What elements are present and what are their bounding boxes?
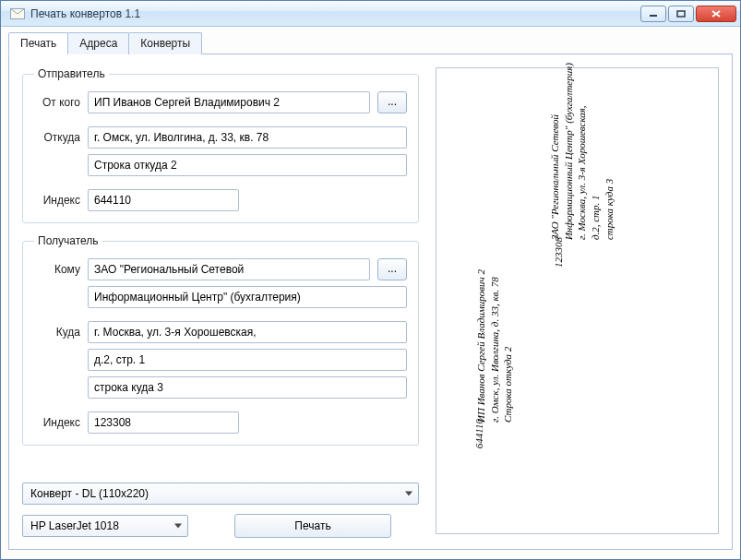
maximize-button[interactable]	[668, 6, 694, 22]
recipient-group: Получатель Кому ... Куда	[22, 234, 419, 446]
recipient-addr-label: Куда	[34, 326, 88, 339]
tab-envelopes[interactable]: Конверты	[128, 32, 202, 54]
recipient-browse-button[interactable]: ...	[377, 258, 407, 280]
preview-recipient-line: д.2, стр. 1	[590, 63, 602, 240]
preview-recipient-block: ЗАО "Региональный Сетевой Информационный…	[549, 63, 615, 240]
print-button[interactable]: Печать	[234, 514, 391, 538]
preview-recipient-line: г. Москва, ул. 3-я Хорошевская,	[576, 63, 588, 240]
sender-addr-line2-input[interactable]	[88, 154, 407, 176]
sender-index-input[interactable]	[88, 189, 239, 211]
tab-content: Отправитель От кого ... Откуда Инде	[8, 54, 733, 550]
window-title: Печать конвертов 1.1	[30, 7, 640, 20]
chevron-down-icon	[405, 492, 412, 496]
chevron-down-icon	[174, 524, 182, 529]
envelope-preview: ИП Иванов Сергей Владимирович 2 г. Омск,…	[436, 67, 719, 534]
tab-addresses[interactable]: Адреса	[67, 32, 129, 54]
recipient-to-line2-input[interactable]	[88, 286, 407, 308]
sender-browse-button[interactable]: ...	[377, 91, 407, 113]
sender-legend: Отправитель	[34, 67, 109, 80]
recipient-index-label: Индекс	[34, 416, 88, 429]
recipient-to-line1-input[interactable]	[88, 258, 370, 280]
recipient-to-label: Кому	[34, 263, 88, 276]
sender-index-label: Индекс	[34, 194, 88, 207]
printer-select[interactable]: HP LaserJet 1018	[22, 515, 188, 537]
tab-strip: Печать Адреса Конверты	[8, 32, 733, 54]
minimize-button[interactable]	[640, 6, 666, 22]
recipient-addr-line1-input[interactable]	[88, 321, 407, 343]
recipient-addr-line2-input[interactable]	[88, 349, 407, 371]
preview-sender-line: ИП Иванов Сергей Владимирович 2	[475, 269, 487, 423]
preview-sender-index: 644110	[473, 419, 484, 448]
printer-value: HP LaserJet 1018	[30, 519, 119, 532]
svg-rect-2	[677, 11, 685, 17]
envelope-format-value: Конверт - DL (110x220)	[30, 487, 149, 500]
close-button[interactable]	[696, 6, 736, 22]
preview-sender-line: Строка откуда 2	[502, 269, 514, 423]
preview-recipient-line: строка куда 3	[604, 63, 616, 240]
preview-recipient-line: ЗАО "Региональный Сетевой	[549, 63, 561, 240]
client-area: Печать Адреса Конверты Отправитель От ко…	[1, 27, 740, 559]
sender-addr-label: Откуда	[34, 131, 88, 144]
recipient-addr-line3-input[interactable]	[88, 376, 407, 399]
tab-print[interactable]: Печать	[8, 32, 68, 54]
preview-sender-block: ИП Иванов Сергей Владимирович 2 г. Омск,…	[475, 269, 514, 423]
envelope-icon	[10, 6, 25, 21]
preview-sender-line: г. Омск, ул. Иволгина, д. 33, кв. 78	[489, 269, 501, 423]
recipient-legend: Получатель	[34, 234, 102, 247]
recipient-index-input[interactable]	[88, 411, 239, 434]
envelope-format-select[interactable]: Конверт - DL (110x220)	[22, 483, 419, 505]
preview-recipient-line: Информационный Центр" (бухгалтерия)	[563, 63, 575, 240]
sender-from-input[interactable]	[88, 91, 370, 113]
sender-from-label: От кого	[34, 96, 88, 109]
preview-recipient-index: 123308	[553, 237, 564, 268]
sender-group: Отправитель От кого ... Откуда Инде	[22, 67, 419, 223]
titlebar: Печать конвертов 1.1	[1, 1, 740, 27]
sender-addr-line1-input[interactable]	[88, 126, 407, 149]
